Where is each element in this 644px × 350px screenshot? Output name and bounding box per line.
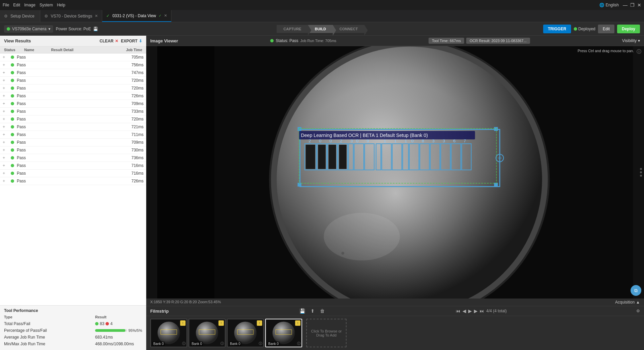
edit-button[interactable]: Edit xyxy=(598,25,614,33)
menu-edit[interactable]: Edit xyxy=(13,3,20,7)
filmstrip-nav: ⏮ ◀ ▶ ▶ ⏭ 4/4 (4 total) xyxy=(456,308,507,314)
thumb-info-icon[interactable]: ⓘ xyxy=(220,341,224,346)
row-expand-icon[interactable]: + xyxy=(3,140,8,145)
clear-button[interactable]: CLEAR ✕ xyxy=(99,39,118,43)
visibility-button[interactable]: Visibility ▾ xyxy=(622,38,640,43)
tp-row-minmax: Min/Max Job Run Time 468.00ms/1098.00ms xyxy=(4,341,142,347)
menu-file[interactable]: File xyxy=(3,3,9,7)
maximize-button[interactable]: ❐ xyxy=(630,2,635,8)
nav-prev-button[interactable]: ◀ xyxy=(462,308,466,314)
pipeline-build[interactable]: BUILD xyxy=(308,25,333,33)
row-expand-icon[interactable]: + xyxy=(3,55,8,60)
thumb-info-icon[interactable]: ⓘ xyxy=(182,341,186,346)
result-row[interactable]: + Pass 716ms xyxy=(0,162,146,170)
result-row[interactable]: + Pass 733ms xyxy=(0,108,146,115)
row-expand-icon[interactable]: + xyxy=(3,171,8,176)
image-viewer-title: Image Viewer xyxy=(150,38,178,43)
row-expand-icon[interactable]: + xyxy=(3,125,8,129)
scroll-indicators xyxy=(640,168,642,177)
result-row[interactable]: + Pass 726ms xyxy=(0,177,146,185)
result-row[interactable]: + Pass 720ms xyxy=(0,115,146,123)
tab-data-view[interactable]: ✓ 0331-2 (VS) - Data View ✓ ✕ xyxy=(102,10,171,22)
minimize-button[interactable]: — xyxy=(623,2,628,8)
language-indicator[interactable]: 🌐 English xyxy=(599,3,619,7)
filmstrip-settings-icon[interactable]: ⚙ xyxy=(636,309,640,313)
status-green-dot xyxy=(270,39,274,42)
result-row[interactable]: + Pass 747ms xyxy=(0,69,146,77)
tab-vs70[interactable]: ⚙ VS70 - Device Settings ✕ xyxy=(40,10,102,22)
row-expand-icon[interactable]: + xyxy=(3,94,8,98)
data-view-close-button[interactable]: ✕ xyxy=(164,13,167,18)
result-row[interactable]: + Pass 721ms xyxy=(0,123,146,131)
pipeline-capture[interactable]: CAPTURE xyxy=(277,25,308,33)
power-source-label: Power Source: PoE xyxy=(56,27,91,31)
row-expand-icon[interactable]: + xyxy=(3,63,8,67)
deploy-button[interactable]: Deploy xyxy=(617,25,640,33)
row-expand-icon[interactable]: + xyxy=(3,155,8,160)
row-expand-icon[interactable]: + xyxy=(3,78,8,83)
menu-system[interactable]: System xyxy=(39,3,53,7)
ocr-result-pill[interactable]: OCR Result: 2023 09 11-083367... xyxy=(466,38,530,44)
nav-next-button[interactable]: ▶ xyxy=(474,308,478,314)
thumb-label: Bank 0 xyxy=(229,342,241,346)
row-name: Pass xyxy=(17,101,37,106)
menu-help[interactable]: Help xyxy=(57,3,65,7)
row-name: Pass xyxy=(17,171,37,176)
result-row[interactable]: + Pass 726ms xyxy=(0,92,146,100)
trigger-button[interactable]: TRIGGER xyxy=(543,25,571,33)
result-row[interactable]: + Pass 720ms xyxy=(0,84,146,92)
pass-fail-indicators: 83 4 xyxy=(95,321,113,326)
canvas-area[interactable]: 2 0 0 2 3 0 9 1 1 1 0 8 3 3 6 xyxy=(146,46,644,299)
filmstrip-thumb[interactable]: ! Bank 0 ⓘ xyxy=(189,319,226,347)
filmstrip-thumb[interactable]: ! Bank 0 ⓘ xyxy=(265,319,302,347)
pipeline-steps: CAPTURE BUILD CONNECT xyxy=(277,25,364,33)
row-expand-icon[interactable]: + xyxy=(3,101,8,106)
thumb-info-icon[interactable]: ⓘ xyxy=(259,341,262,346)
copy-button[interactable]: ⧉ xyxy=(631,285,641,296)
progress-bar xyxy=(95,329,127,332)
menu-image[interactable]: Image xyxy=(24,3,35,7)
export-button[interactable]: EXPORT ⬇ xyxy=(121,39,142,43)
result-row[interactable]: + Pass 709ms xyxy=(0,139,146,146)
pipeline-connect[interactable]: CONNECT xyxy=(333,25,364,33)
camera-selector[interactable]: VS709d3e Camera ▾ xyxy=(4,25,53,33)
row-name: Pass xyxy=(17,117,37,121)
result-row[interactable]: + Pass 720ms xyxy=(0,77,146,84)
result-row[interactable]: + Pass 716ms xyxy=(0,170,146,177)
tool-time-pill[interactable]: Tool Time: 667ms xyxy=(429,38,464,44)
row-expand-icon[interactable]: + xyxy=(3,148,8,152)
tab-setup-device[interactable]: ⚙ Setup Device xyxy=(0,10,40,22)
info-icon[interactable]: ⓘ xyxy=(637,49,641,55)
filmstrip-thumb[interactable]: ! Bank 0 ⓘ xyxy=(150,319,187,347)
clear-label: CLEAR xyxy=(99,39,113,43)
result-row[interactable]: + Pass 756ms xyxy=(0,61,146,69)
nav-first-button[interactable]: ⏮ xyxy=(456,308,460,314)
result-row[interactable]: + Pass 705ms xyxy=(0,54,146,61)
acquisition-toggle[interactable]: Acquisition ▲ xyxy=(615,300,640,305)
nav-play-button[interactable]: ▶ xyxy=(468,308,472,314)
click-to-browse[interactable]: Click To Browse or Drag To Add xyxy=(306,319,347,347)
result-row[interactable]: + Pass 736ms xyxy=(0,154,146,162)
close-button[interactable]: ✕ xyxy=(637,2,641,8)
row-expand-icon[interactable]: + xyxy=(3,163,8,168)
upload-filmstrip-button[interactable]: ⬆ xyxy=(309,308,316,314)
svg-point-66 xyxy=(273,322,295,344)
thumb-info-icon[interactable]: ⓘ xyxy=(297,341,300,346)
nav-last-button[interactable]: ⏭ xyxy=(480,308,484,314)
result-row[interactable]: + Pass 709ms xyxy=(0,100,146,108)
row-expand-icon[interactable]: + xyxy=(3,117,8,121)
row-expand-icon[interactable]: + xyxy=(3,179,8,183)
row-expand-icon[interactable]: + xyxy=(3,70,8,75)
row-expand-icon[interactable]: + xyxy=(3,132,8,137)
result-row[interactable]: + Pass 711ms xyxy=(0,131,146,139)
svg-point-60 xyxy=(196,322,218,344)
filmstrip-thumb[interactable]: ! Bank 0 ⓘ xyxy=(227,319,264,347)
delete-filmstrip-button[interactable]: 🗑 xyxy=(319,308,326,314)
results-table-header: Status Name Result Detail Job Time xyxy=(0,46,146,54)
row-expand-icon[interactable]: + xyxy=(3,86,8,91)
save-icon[interactable]: 💾 xyxy=(93,27,98,31)
save-filmstrip-button[interactable]: 💾 xyxy=(298,308,307,314)
result-row[interactable]: + Pass 730ms xyxy=(0,146,146,154)
row-expand-icon[interactable]: + xyxy=(3,109,8,114)
vs70-close-button[interactable]: ✕ xyxy=(95,14,98,18)
